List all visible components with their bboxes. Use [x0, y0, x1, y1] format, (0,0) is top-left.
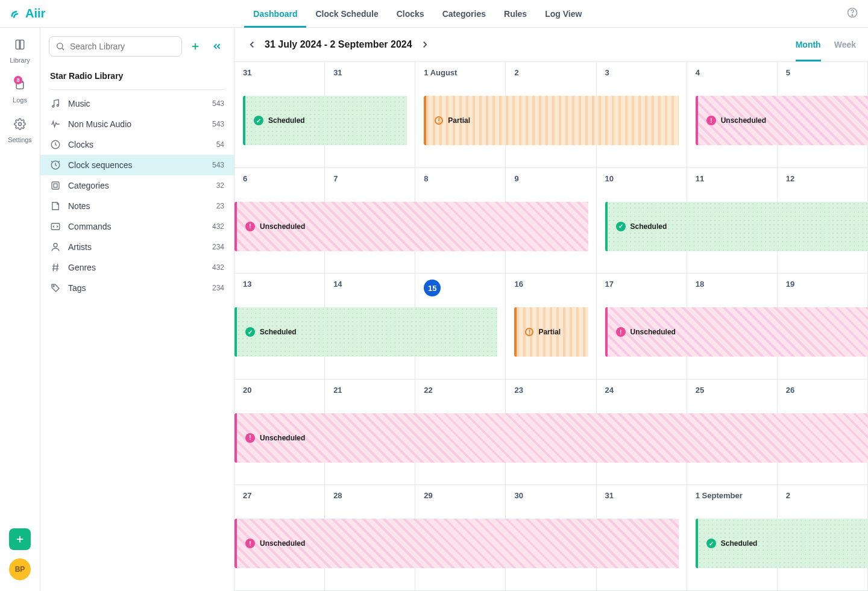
sidebar-item-count: 234 [212, 284, 224, 292]
topnav-item-dashboard[interactable]: Dashboard [244, 0, 306, 27]
event-band-unscheduled[interactable]: !Unscheduled [234, 413, 868, 463]
calendar-date: 10 [605, 174, 678, 183]
sidebar-item-genres[interactable]: Genres432 [40, 257, 234, 278]
sidebar-item-clock-sequences[interactable]: Clock sequences543 [40, 155, 234, 175]
rail-badge: 8 [14, 76, 22, 84]
event-band-partial[interactable]: !Partial [514, 307, 588, 357]
calendar-date: 6 [243, 174, 316, 183]
event-band-scheduled[interactable]: ✓Scheduled [234, 307, 497, 357]
error-icon: ! [616, 327, 626, 337]
error-icon: ! [245, 539, 255, 548]
topnav-item-clocks[interactable]: Clocks [388, 0, 433, 27]
sidebar-item-label: Clocks [68, 140, 93, 149]
event-band-scheduled[interactable]: ✓Scheduled [605, 202, 868, 251]
sidebar-title: Star Radio Library [40, 65, 234, 86]
sidebar-item-count: 23 [216, 202, 224, 210]
calendar-date: 25 [696, 386, 769, 395]
check-icon: ✓ [706, 539, 716, 548]
calendar-date: 29 [424, 491, 497, 500]
sidebar-item-clocks[interactable]: Clocks54 [40, 134, 234, 155]
topnav-item-categories[interactable]: Categories [433, 0, 495, 27]
event-band-label: Scheduled [631, 222, 667, 231]
calendar-date: 31 [243, 68, 316, 77]
svg-point-9 [52, 105, 54, 107]
stack-icon [50, 180, 61, 191]
sidebar-item-label: Artists [68, 242, 92, 252]
sidebar-item-count: 32 [216, 181, 224, 190]
topnav-item-clock-schedule[interactable]: Clock Schedule [306, 0, 387, 27]
sidebar-item-commands[interactable]: Commands432 [40, 216, 234, 237]
sidebar-item-music[interactable]: Music543 [40, 93, 234, 114]
calendar-date: 18 [696, 280, 769, 289]
calendar-row: 20212223242526!Unscheduled [234, 380, 868, 486]
sidebar-item-label: Commands [68, 222, 112, 231]
event-band-label: Unscheduled [260, 434, 305, 442]
rail-item-logs[interactable]: Logs8 [13, 78, 27, 104]
topnav-item-rules[interactable]: Rules [495, 0, 536, 27]
wave-icon [50, 119, 61, 130]
calendar-date: 12 [786, 174, 859, 183]
user-avatar[interactable]: BP [9, 558, 31, 580]
calendar-date: 31 [605, 491, 678, 500]
collapse-sidebar-button[interactable] [209, 36, 225, 57]
next-month-button[interactable] [420, 39, 430, 50]
sidebar-item-count: 432 [212, 263, 224, 272]
calendar-date: 14 [333, 280, 406, 289]
sidebar-list: Music543Non Music Audio543Clocks54Clock … [40, 93, 234, 298]
calendar-date: 2 [514, 68, 587, 77]
calendar-row: 13141516171819✓Scheduled!Partial!Unsched… [234, 274, 868, 380]
date-range: 31 July 2024 - 2 September 2024 [265, 39, 412, 50]
sidebar-item-categories[interactable]: Categories32 [40, 175, 234, 196]
rail-item-label: Library [10, 57, 30, 64]
sidebar-item-count: 543 [212, 161, 224, 169]
person-icon [50, 242, 61, 252]
event-band-unscheduled[interactable]: !Unscheduled [605, 307, 868, 357]
main-content: 31 July 2024 - 2 September 2024 MonthWee… [234, 28, 868, 591]
view-tab-week[interactable]: Week [834, 28, 856, 61]
logo-text: Aiir [25, 7, 45, 20]
calendar-date: 27 [243, 491, 316, 500]
clock-icon [50, 139, 61, 150]
calendar-date: 22 [424, 386, 497, 395]
top-nav: DashboardClock ScheduleClocksCategoriesR… [244, 0, 591, 27]
calendar-date: 24 [605, 386, 678, 395]
calendar-header: 31 July 2024 - 2 September 2024 MonthWee… [234, 28, 868, 61]
sidebar-item-artists[interactable]: Artists234 [40, 237, 234, 257]
view-tab-month[interactable]: Month [796, 28, 821, 61]
calendar-date: 9 [514, 174, 587, 183]
event-band-partial[interactable]: !Partial [424, 96, 678, 145]
sidebar-item-count: 234 [212, 243, 224, 251]
topnav-item-log-view[interactable]: Log View [536, 0, 591, 27]
add-button[interactable] [9, 528, 31, 550]
rail-item-library[interactable]: Library [10, 39, 30, 64]
search-input-wrap[interactable] [49, 36, 182, 57]
gear-icon [14, 118, 26, 133]
sidebar-item-notes[interactable]: Notes23 [40, 196, 234, 216]
event-band-label: Unscheduled [631, 328, 676, 336]
event-band-scheduled[interactable]: ✓Scheduled [696, 519, 868, 568]
prev-month-button[interactable] [247, 39, 257, 50]
calendar-date: 13 [243, 280, 316, 289]
svg-point-2 [19, 123, 22, 126]
event-band-unscheduled[interactable]: !Unscheduled [234, 202, 588, 251]
add-library-button[interactable] [187, 36, 204, 57]
search-icon [55, 42, 65, 51]
alert-icon: ! [525, 328, 533, 336]
sidebar-item-non-music-audio[interactable]: Non Music Audio543 [40, 114, 234, 134]
event-band-scheduled[interactable]: ✓Scheduled [243, 96, 407, 145]
logo-icon [10, 7, 23, 20]
help-icon[interactable] [846, 7, 858, 21]
sidebar-item-label: Genres [68, 263, 96, 272]
search-input[interactable] [70, 42, 175, 51]
sidebar-item-label: Tags [68, 283, 86, 293]
svg-point-16 [54, 243, 57, 247]
sidebar-item-label: Clock sequences [68, 160, 133, 170]
error-icon: ! [706, 116, 716, 125]
rail-item-settings[interactable]: Settings [8, 118, 32, 143]
svg-line-19 [53, 264, 54, 271]
event-band-unscheduled[interactable]: !Unscheduled [234, 519, 679, 568]
event-band-unscheduled[interactable]: !Unscheduled [696, 96, 868, 145]
check-icon: ✓ [616, 222, 626, 231]
sidebar-item-tags[interactable]: Tags234 [40, 278, 234, 298]
calendar-date: 30 [514, 491, 587, 500]
